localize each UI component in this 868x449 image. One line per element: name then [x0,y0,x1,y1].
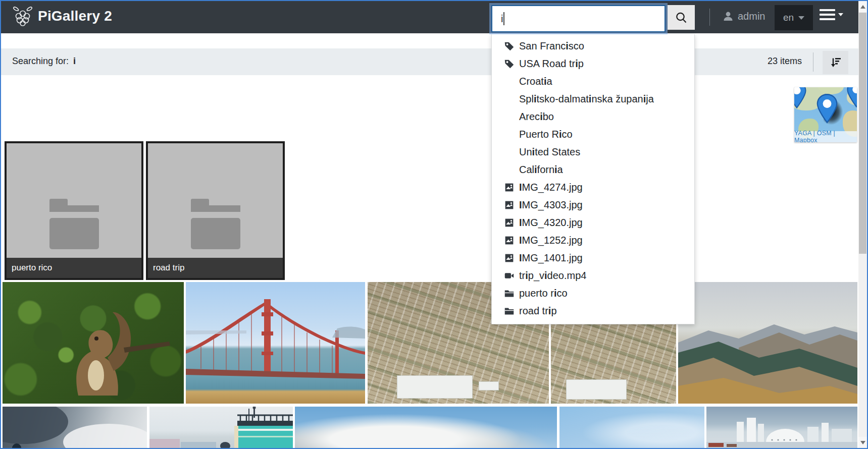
photo-thumbnail-storm-clouds[interactable] [3,407,147,449]
autocomplete-item-usa-road-trip[interactable]: USA Road trip [492,55,694,73]
autocomplete-item-puerto-rico[interactable]: Puerto Rico [492,126,694,143]
searching-for-label: Searching for:i [12,56,76,67]
search-autocomplete-dropdown: San FranciscoUSA Road tripCroatiaSplitsk… [491,34,695,324]
app-title: PiGallery 2 [38,8,112,24]
autocomplete-item-img-4320-jpg[interactable]: IMG_4320.jpg [492,214,694,232]
autocomplete-item-img-1252-jpg[interactable]: IMG_1252.jpg [492,232,694,249]
raspberry-logo-icon [12,5,33,27]
map-attribution[interactable]: YAGA | OSM | Mapbox [794,131,857,142]
folder-icon [504,288,515,299]
photo-thumbnail-big-cloud[interactable] [295,407,557,449]
autocomplete-item-label: IMG_1401.jpg [519,252,583,264]
autocomplete-item-label: puerto rico [519,288,568,299]
photo-thumbnail-waterfront-city[interactable] [706,407,857,449]
app-brand[interactable]: PiGallery 2 [12,5,112,27]
location-icon [504,147,515,157]
autocomplete-item-label: USA Road trip [519,58,584,70]
navbar-divider [709,9,710,26]
folder-card-road-trip[interactable]: road trip [146,141,285,280]
search-status-bar: Searching for:i 23 items [1,48,867,75]
hamburger-icon [820,9,835,20]
location-icon [504,129,515,140]
photo-thumbnail-golden-gate[interactable] [186,282,365,404]
scroll-down-button[interactable] [858,437,867,448]
chevron-down-icon [798,16,804,20]
main-menu-button[interactable] [820,9,843,20]
autocomplete-item-san-francisco[interactable]: San Francisco [492,37,694,55]
autocomplete-item-label: California [519,164,563,176]
text-cursor [503,12,504,25]
chevron-down-icon [838,13,843,16]
autocomplete-item-splitsko-dalmatinska-upanija[interactable]: Splitsko-dalmatinska županija [492,90,694,108]
vertical-scrollbar[interactable] [858,1,867,448]
autocomplete-item-img-4274-jpg[interactable]: IMG_4274.jpg [492,179,694,196]
autocomplete-item-croatia[interactable]: Croatia [492,73,694,90]
location-icon [504,94,515,104]
scroll-up-button[interactable] [858,1,867,12]
search-input-value: i [501,13,503,25]
location-icon [504,76,515,87]
folder-icon [504,306,515,316]
autocomplete-item-united-states[interactable]: United States [492,143,694,161]
autocomplete-item-label: IMG_4303.jpg [519,199,583,211]
autocomplete-item-label: Arecibo [519,111,554,123]
search-icon [675,11,688,24]
autocomplete-item-label: Croatia [519,76,552,87]
image-icon [504,235,515,246]
autocomplete-item-label: Puerto Rico [519,129,573,140]
image-icon [504,217,515,228]
location-icon [504,164,515,175]
photo-thumbnail-mountains[interactable] [678,282,857,404]
autocomplete-item-label: Splitsko-dalmatinska županija [519,93,654,105]
sort-amount-icon [830,57,842,69]
autocomplete-item-label: IMG_4274.jpg [519,182,583,193]
photo-thumbnail-pale-sky[interactable] [559,407,704,449]
autocomplete-item-label: IMG_4320.jpg [519,217,583,229]
items-count: 23 items [768,56,802,67]
user-name: admin [738,11,765,22]
map-pin-icon [815,93,839,125]
tag-icon [504,41,515,51]
language-selected: en [783,12,794,23]
autocomplete-item-puerto-rico[interactable]: puerto rico [492,285,694,302]
search-input[interactable]: i [491,5,666,32]
sort-button[interactable] [823,51,848,74]
user-menu[interactable]: admin [722,10,765,22]
image-icon [504,182,515,193]
image-icon [504,200,515,210]
scrollbar-thumb[interactable] [859,13,866,254]
search-query-text: i [73,56,76,66]
map-pin-icon [846,87,857,108]
search-button[interactable] [668,5,695,30]
user-icon [722,10,734,22]
autocomplete-item-img-1401-jpg[interactable]: IMG_1401.jpg [492,249,694,267]
autocomplete-item-label: IMG_1252.jpg [519,235,583,246]
photo-thumbnail-squirrel[interactable] [3,282,184,404]
language-dropdown[interactable]: en [775,5,813,30]
map-thumbnail[interactable]: YAGA | OSM | Mapbox [794,87,857,142]
folder-card-puerto-rico[interactable]: puerto rico [5,141,143,280]
map-pin-icon [794,87,807,109]
folder-icon [49,199,99,249]
autocomplete-item-road-trip[interactable]: road trip [492,302,694,320]
folder-name: puerto rico [7,258,141,278]
folder-icon [191,199,240,249]
tag-icon [504,59,515,69]
autocomplete-item-img-4303-jpg[interactable]: IMG_4303.jpg [492,196,694,214]
autocomplete-item-california[interactable]: California [492,161,694,179]
photo-thumbnail-teal-building[interactable] [149,407,293,449]
autocomplete-item-trip-video-mp4[interactable]: trip_video.mp4 [492,267,694,285]
autocomplete-item-label: San Francisco [519,40,584,52]
autocomplete-item-label: road trip [519,305,557,317]
location-icon [504,111,515,122]
autocomplete-item-label: trip_video.mp4 [519,270,586,282]
image-icon [504,253,515,263]
status-divider [813,52,813,72]
folder-name: road trip [148,258,283,278]
autocomplete-item-label: United States [519,146,580,158]
autocomplete-item-arecibo[interactable]: Arecibo [492,108,694,126]
top-navbar: PiGallery 2 admin en [1,1,867,33]
video-icon [504,270,515,281]
